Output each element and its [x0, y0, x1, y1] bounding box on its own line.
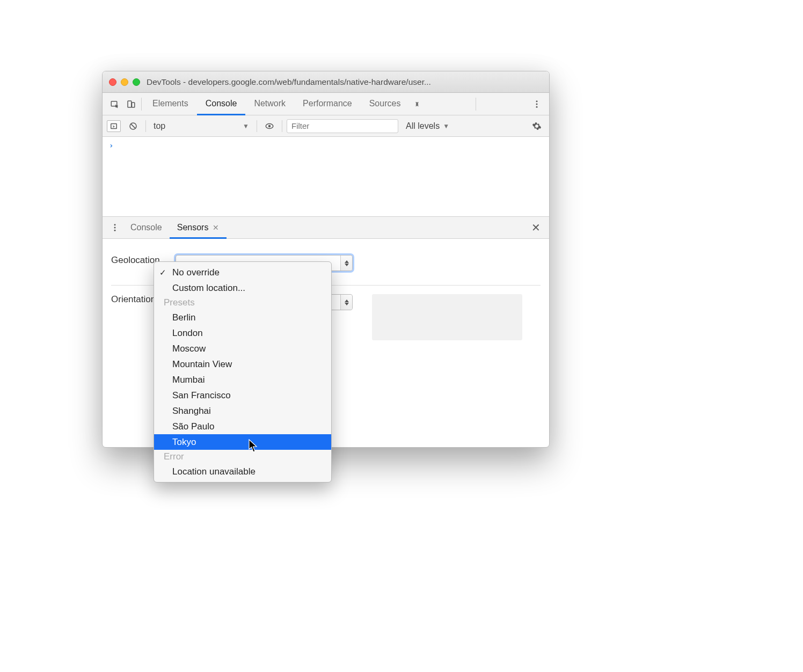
menu-group-error: Error — [154, 450, 331, 464]
filter-input[interactable] — [287, 119, 398, 133]
drawer-tab-label: Sensors — [177, 223, 209, 232]
menu-item-label: Location unavailable — [172, 466, 256, 477]
divider — [476, 98, 476, 111]
drawer-kebab-menu-icon[interactable] — [107, 220, 123, 236]
dropdown-triangle-icon: ▼ — [443, 122, 449, 130]
context-selector-value: top — [154, 121, 165, 131]
drawer-tabbar: Console Sensors ✕ ✕ — [103, 216, 549, 239]
menu-item-preset[interactable]: São Paulo — [154, 419, 331, 434]
menu-item-preset[interactable]: Mountain View — [154, 356, 331, 372]
menu-item-preset[interactable]: San Francisco — [154, 388, 331, 403]
menu-item-preset[interactable]: Moscow — [154, 341, 331, 356]
clear-console-icon[interactable] — [125, 118, 141, 134]
select-arrows-icon — [340, 295, 352, 310]
menu-item-preset[interactable]: Shanghai — [154, 403, 331, 419]
menu-item-label: São Paulo — [172, 421, 214, 432]
tab-elements[interactable]: Elements — [144, 93, 197, 115]
tab-console[interactable]: Console — [197, 93, 246, 115]
close-tab-icon[interactable]: ✕ — [213, 223, 219, 232]
svg-point-11 — [114, 227, 116, 229]
drawer-tab-console[interactable]: Console — [123, 217, 170, 239]
menu-item-label: No override — [172, 267, 220, 278]
menu-item-preset[interactable]: London — [154, 325, 331, 341]
tab-performance[interactable]: Performance — [294, 93, 361, 115]
main-tabbar: Elements Console Network Performance Sou… — [103, 93, 549, 115]
window-title: DevTools - developers.google.com/web/fun… — [147, 77, 543, 87]
maximize-window-button[interactable] — [133, 78, 140, 86]
inspect-element-icon[interactable] — [107, 96, 123, 112]
menu-item-custom-location[interactable]: Custom location... — [154, 280, 331, 296]
menu-item-preset[interactable]: Mumbai — [154, 372, 331, 388]
console-toolbar: top ▼ All levels ▼ — [103, 115, 549, 137]
toggle-console-sidebar-icon[interactable] — [107, 120, 121, 132]
select-arrows-icon — [340, 255, 352, 271]
menu-item-label: Mumbai — [172, 375, 205, 385]
console-prompt-chevron-icon: › — [109, 141, 113, 150]
log-level-value: All levels — [406, 121, 440, 131]
svg-point-5 — [536, 106, 537, 107]
kebab-menu-icon[interactable] — [529, 96, 545, 112]
svg-point-10 — [114, 224, 116, 225]
tab-sources[interactable]: Sources — [361, 93, 410, 115]
menu-item-label: Tokyo — [172, 437, 196, 448]
svg-point-9 — [268, 125, 271, 127]
context-selector[interactable]: top ▼ — [150, 120, 252, 133]
menu-item-label: London — [172, 328, 203, 339]
menu-item-no-override[interactable]: ✓ No override — [154, 265, 331, 280]
divider — [141, 98, 142, 111]
dropdown-triangle-icon: ▼ — [243, 122, 249, 130]
svg-point-12 — [114, 230, 116, 231]
menu-item-label: Berlin — [172, 312, 195, 323]
drawer-close-icon[interactable]: ✕ — [527, 221, 545, 234]
divider — [145, 120, 146, 132]
svg-point-4 — [536, 103, 537, 105]
orientation-preview — [372, 294, 522, 340]
drawer-tab-label: Console — [130, 223, 162, 232]
geolocation-dropdown: ✓ No override Custom location... Presets… — [154, 261, 332, 483]
divider — [282, 120, 282, 132]
more-tabs-icon[interactable] — [409, 96, 425, 112]
close-window-button[interactable] — [109, 78, 116, 86]
menu-item-preset[interactable]: Berlin — [154, 310, 331, 325]
minimize-window-button[interactable] — [121, 78, 128, 86]
menu-group-presets: Presets — [154, 296, 331, 310]
menu-item-label: Moscow — [172, 344, 206, 354]
device-toggle-icon[interactable] — [123, 96, 139, 112]
check-icon: ✓ — [159, 268, 166, 277]
console-settings-icon[interactable] — [529, 118, 545, 134]
menu-item-label: Mountain View — [172, 359, 232, 370]
divider — [257, 120, 257, 132]
drawer-tab-sensors[interactable]: Sensors ✕ — [170, 217, 227, 239]
menu-item-label: San Francisco — [172, 390, 231, 401]
svg-rect-1 — [128, 101, 132, 107]
live-expression-icon[interactable] — [261, 118, 278, 134]
svg-rect-2 — [132, 103, 135, 107]
console-body[interactable]: › — [103, 137, 549, 216]
titlebar: DevTools - developers.google.com/web/fun… — [103, 71, 549, 93]
svg-point-3 — [536, 100, 537, 102]
tab-network[interactable]: Network — [245, 93, 294, 115]
menu-item-error[interactable]: Location unavailable — [154, 464, 331, 479]
menu-item-preset[interactable]: Tokyo — [154, 434, 331, 450]
menu-item-label: Shanghai — [172, 406, 211, 417]
log-level-selector[interactable]: All levels ▼ — [403, 121, 452, 131]
traffic-lights — [109, 78, 140, 86]
menu-item-label: Custom location... — [172, 283, 245, 294]
